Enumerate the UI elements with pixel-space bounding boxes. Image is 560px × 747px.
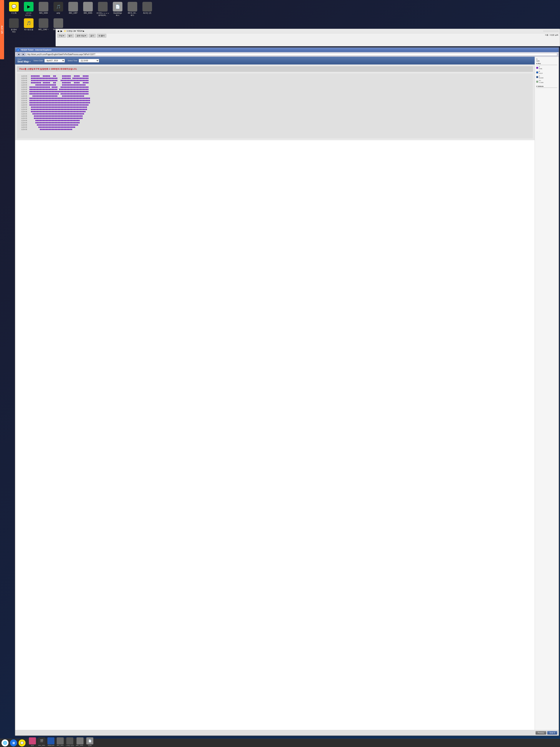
nav-back[interactable]: ◀ [57,30,59,32]
seat-available[interactable] [38,84,39,85]
seat-available[interactable] [40,115,41,117]
seat-available[interactable] [49,113,50,114]
seat-available[interactable] [56,111,57,112]
seat-available[interactable] [81,84,83,85]
seat-available[interactable] [77,111,78,112]
seat-available[interactable] [46,86,47,88]
seat-available[interactable] [52,96,53,97]
seat-available[interactable] [56,100,57,101]
seat-available[interactable] [68,89,69,90]
seat-available[interactable] [53,91,54,92]
seat-available[interactable] [70,118,71,119]
seat-available[interactable] [44,91,46,92]
seat-available[interactable] [35,106,37,108]
seat-available[interactable] [32,91,34,92]
seat-available[interactable] [63,82,65,83]
seat-available[interactable] [71,122,72,123]
seat-available[interactable] [68,120,69,121]
seat-available[interactable] [65,122,66,123]
seat-available[interactable] [71,104,72,106]
seat-available[interactable] [77,113,78,114]
seat-available[interactable] [31,98,32,99]
seat-available[interactable] [56,96,57,97]
seat-available[interactable] [74,78,75,79]
seat-available[interactable] [63,100,65,101]
seat-available[interactable] [56,91,57,92]
seat-available[interactable] [41,109,43,110]
seat-available[interactable] [66,111,68,112]
seat-available[interactable] [46,122,47,123]
seat-available[interactable] [53,106,54,108]
seat-available[interactable] [46,84,47,85]
seat-available[interactable] [31,109,32,110]
seat-available[interactable] [75,109,77,110]
seat-available[interactable] [80,96,81,97]
seat-available[interactable] [62,98,63,99]
seat-available[interactable] [73,78,74,79]
seat-available[interactable] [80,115,81,117]
seat-available[interactable] [62,113,63,114]
seat-available[interactable] [49,84,50,85]
seat-available[interactable] [75,84,77,85]
seat-available[interactable] [83,91,84,92]
seat-available[interactable] [62,111,63,112]
seat-available[interactable] [68,82,69,83]
seat-available[interactable] [38,75,39,77]
seat-available[interactable] [29,89,31,90]
seat-available[interactable] [47,122,49,123]
seat-available[interactable] [53,111,54,112]
seat-available[interactable] [47,120,49,121]
seat-available[interactable] [83,86,84,88]
seat-available[interactable] [74,102,75,103]
seat-available[interactable] [47,129,49,130]
seat-available[interactable] [68,111,69,112]
seat-available[interactable] [66,93,68,95]
seat-available[interactable] [55,98,56,99]
seat-available[interactable] [43,98,44,99]
seat-available[interactable] [41,102,43,103]
seat-available[interactable] [35,102,37,103]
seat-available[interactable] [73,122,74,123]
seat-available[interactable] [83,89,84,90]
seat-available[interactable] [84,91,85,92]
seat-available[interactable] [37,111,38,112]
seat-available[interactable] [32,113,34,114]
seat-available[interactable] [43,96,44,97]
seat-available[interactable] [71,84,72,85]
seat-available[interactable] [44,113,46,114]
seat-available[interactable] [58,120,59,121]
seat-available[interactable] [83,82,84,83]
seat-available[interactable] [73,91,74,92]
seat-available[interactable] [35,96,37,97]
seat-available[interactable] [86,109,87,110]
seat-available[interactable] [75,106,77,108]
seat-available[interactable] [59,120,60,121]
seat-available[interactable] [55,78,56,79]
seat-available[interactable] [86,102,87,103]
seat-available[interactable] [40,98,41,99]
seat-available[interactable] [29,93,31,95]
seat-available[interactable] [47,89,49,90]
seat-map-chevron[interactable]: ∨ [29,61,31,62]
seat-available[interactable] [40,100,41,101]
desktop-icon-kaotalk[interactable]: 💬 카오톡 [7,2,20,14]
seat-available[interactable] [46,96,47,97]
seat-available[interactable] [86,82,87,83]
nav-forward[interactable]: ▶ [60,30,62,32]
seat-available[interactable] [71,129,72,130]
seat-available[interactable] [83,96,84,97]
seat-available[interactable] [62,129,63,130]
kakao-btn[interactable]: 💬 [19,740,26,746]
seat-available[interactable] [46,129,47,130]
seat-available[interactable] [41,96,43,97]
seat-available[interactable] [78,78,80,79]
seat-available[interactable] [38,102,39,103]
seat-available[interactable] [78,106,80,108]
seat-available[interactable] [65,115,66,117]
seat-available[interactable] [80,102,81,103]
seat-available[interactable] [52,113,53,114]
seat-available[interactable] [59,102,60,103]
seat-available[interactable] [74,104,75,106]
seat-available[interactable] [75,86,77,88]
seat-available[interactable] [53,93,54,95]
